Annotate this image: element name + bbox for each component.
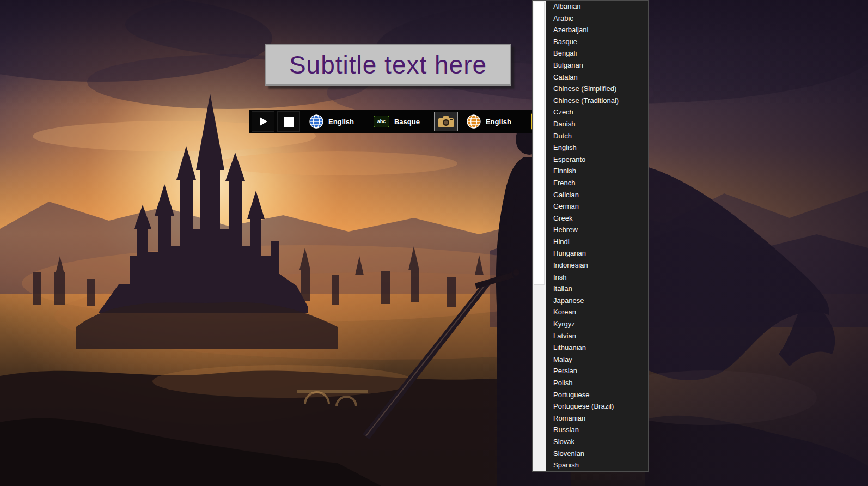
language-option[interactable]: Slovenian <box>553 448 648 460</box>
play-button[interactable] <box>252 111 274 132</box>
language-option[interactable]: Bulgarian <box>553 59 648 71</box>
language-option[interactable]: Italian <box>553 283 648 295</box>
language-option[interactable]: Hebrew <box>553 224 648 236</box>
language-option[interactable]: Greek <box>553 212 648 224</box>
language-option[interactable]: Dutch <box>553 130 648 142</box>
subtitle-language-label: Basque <box>394 118 420 126</box>
language-option[interactable]: Latvian <box>553 330 648 342</box>
language-option[interactable]: Galician <box>553 189 648 201</box>
camera-icon <box>438 115 454 128</box>
playback-toolbar: English abc Basque <box>249 110 554 133</box>
language-option[interactable]: French <box>553 177 648 189</box>
language-option[interactable]: Indonesian <box>553 259 648 271</box>
subtitle-overlay[interactable]: Subtitle text here <box>265 44 511 86</box>
language-option[interactable]: Hindi <box>553 236 648 248</box>
stop-icon <box>284 117 294 127</box>
source-language-label: English <box>328 118 354 126</box>
ocr-language-selector[interactable]: English <box>467 114 511 129</box>
language-option[interactable]: Kyrgyz <box>553 318 648 330</box>
subtitle-text: Subtitle text here <box>289 50 487 80</box>
language-option[interactable]: Chinese (Simplified) <box>553 83 648 95</box>
language-list: AlbanianArabicAzerbaijaniBasqueBengaliBu… <box>546 1 648 471</box>
language-option[interactable]: Finnish <box>553 165 648 177</box>
language-option[interactable]: Spanish <box>553 459 648 471</box>
source-language-selector[interactable]: English <box>309 114 354 129</box>
subtitle-language-selector[interactable]: abc Basque <box>374 116 420 127</box>
language-option[interactable]: Korean <box>553 306 648 318</box>
dropdown-scrollbar[interactable] <box>533 1 546 471</box>
language-option[interactable]: Portuguese <box>553 389 648 401</box>
language-option[interactable]: Hungarian <box>553 247 648 259</box>
globe-icon <box>309 114 323 129</box>
language-option[interactable]: German <box>553 201 648 212</box>
language-option[interactable]: Russian <box>553 424 648 436</box>
language-option[interactable]: Danish <box>553 118 648 130</box>
language-option[interactable]: English <box>553 142 648 154</box>
language-option[interactable]: Albanian <box>553 1 648 13</box>
subtitles-abc-icon: abc <box>374 116 389 127</box>
language-option[interactable]: Esperanto <box>553 154 648 166</box>
language-option[interactable]: Persian <box>553 365 648 377</box>
language-dropdown: AlbanianArabicAzerbaijaniBasqueBengaliBu… <box>532 0 649 472</box>
language-option[interactable]: Basque <box>553 36 648 48</box>
language-option[interactable]: Bengali <box>553 47 648 59</box>
language-option[interactable]: Portuguese (Brazil) <box>553 400 648 412</box>
app-window: Subtitle text here English <box>0 0 868 486</box>
language-option[interactable]: Arabic <box>553 13 648 25</box>
language-option[interactable]: Chinese (Traditional) <box>553 95 648 107</box>
language-option[interactable]: Lithuanian <box>553 342 648 354</box>
stop-button[interactable] <box>277 111 300 132</box>
language-option[interactable]: Polish <box>553 377 648 389</box>
ocr-language-label: English <box>486 118 511 126</box>
globe-icon <box>467 114 481 129</box>
language-option[interactable]: Japanese <box>553 295 648 307</box>
scrollbar-thumb[interactable] <box>534 2 545 285</box>
language-option[interactable]: Czech <box>553 106 648 118</box>
language-option[interactable]: Catalan <box>553 71 648 83</box>
language-option[interactable]: Malay <box>553 354 648 366</box>
language-option[interactable]: Irish <box>553 271 648 283</box>
play-icon <box>258 116 268 127</box>
language-option[interactable]: Azerbaijani <box>553 24 648 36</box>
language-option[interactable]: Romanian <box>553 412 648 424</box>
screenshot-button[interactable] <box>434 112 458 131</box>
language-option[interactable]: Slovak <box>553 436 648 448</box>
